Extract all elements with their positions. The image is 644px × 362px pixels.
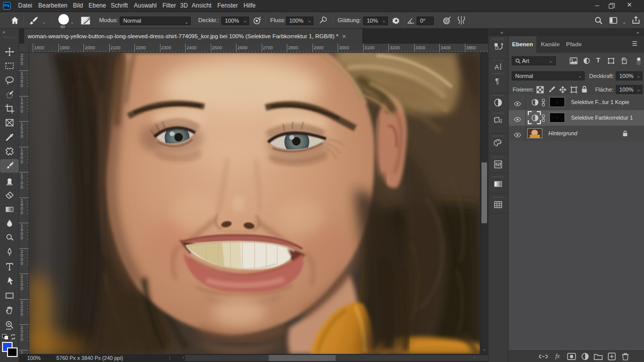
svg-text:A: A [495, 63, 499, 71]
svg-text:¶: ¶ [495, 76, 499, 85]
